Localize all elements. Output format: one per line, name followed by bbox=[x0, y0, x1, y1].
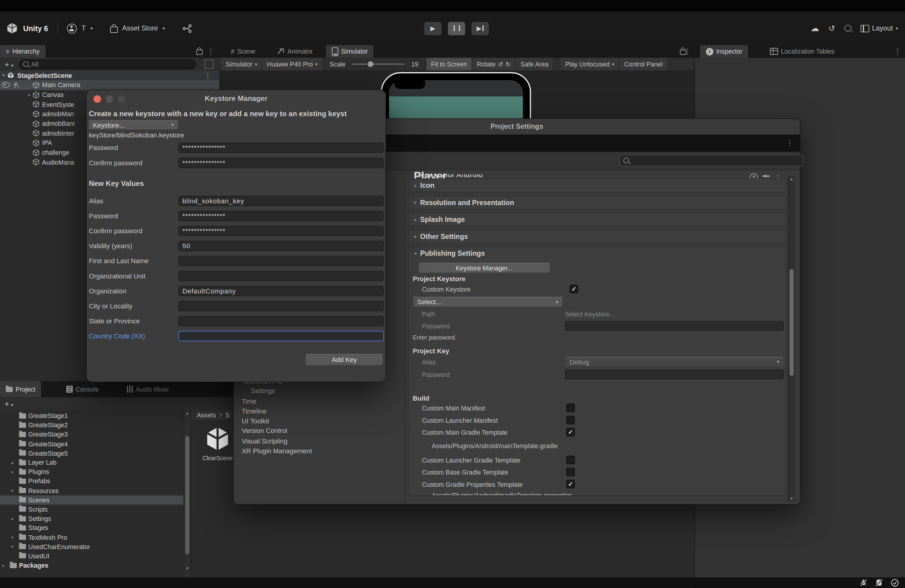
tab-scene[interactable]: # Scene bbox=[225, 45, 261, 57]
debugger-disabled-bug-icon[interactable] bbox=[859, 578, 868, 586]
keystore-confirm-input[interactable]: *************** bbox=[178, 157, 384, 168]
step-button[interactable]: ▶ bbox=[472, 22, 489, 35]
project-folder-row[interactable]: GreateStage3 bbox=[0, 430, 191, 439]
project-folder-row[interactable]: ▸ Settings bbox=[0, 514, 191, 523]
foldout-icon[interactable]: ▸ bbox=[12, 488, 17, 493]
asset-store-chevron-down-icon[interactable]: ▾ bbox=[162, 26, 165, 31]
build-option-checkbox[interactable] bbox=[566, 468, 575, 476]
scale-slider-thumb[interactable] bbox=[367, 61, 373, 67]
build-option-checkbox[interactable] bbox=[566, 456, 575, 464]
add-key-button[interactable]: Add Key bbox=[305, 354, 383, 366]
project-folder-row[interactable]: Scenes bbox=[0, 495, 191, 504]
breadcrumb-root[interactable]: Assets bbox=[197, 412, 216, 418]
project-folder-row[interactable]: GreateStage2 bbox=[0, 420, 191, 430]
asset-store-bag-icon[interactable] bbox=[110, 26, 117, 33]
project-folder-row[interactable]: UsedUI bbox=[0, 551, 191, 561]
settings-section-header[interactable]: ▸ Resolution and Presentation bbox=[408, 195, 786, 209]
pause-button[interactable] bbox=[448, 22, 465, 35]
tab-simulator[interactable]: Simulator bbox=[326, 45, 374, 57]
history-icon[interactable]: ↺ bbox=[829, 24, 835, 33]
panel-lock-icon[interactable] bbox=[196, 50, 203, 55]
scroll-down-icon[interactable]: ▼ bbox=[788, 497, 795, 501]
tab-animator[interactable]: Animator bbox=[271, 45, 318, 57]
play-unfocused-dropdown[interactable]: Play Unfocused▾ bbox=[560, 58, 619, 70]
project-folder-row[interactable]: ▸ Plugins bbox=[0, 467, 191, 476]
add-asset-button[interactable]: + ▾ bbox=[5, 399, 13, 408]
field-input[interactable] bbox=[178, 316, 384, 326]
field-input[interactable]: *************** bbox=[178, 226, 384, 236]
search-icon[interactable] bbox=[844, 25, 851, 32]
panel-menu-icon[interactable]: ⋮ bbox=[207, 47, 214, 56]
settings-category-item[interactable]: XR Plugin Management bbox=[234, 447, 405, 456]
settings-category-item[interactable]: Visual Scripting bbox=[234, 437, 405, 447]
project-folder-row[interactable]: ▸ Layer Lab bbox=[0, 458, 191, 467]
panel-menu-icon[interactable]: ⋮ bbox=[894, 47, 901, 56]
hierarchy-search-input[interactable]: All bbox=[19, 59, 196, 69]
project-folder-row[interactable]: GreateStage1 bbox=[0, 411, 191, 420]
play-button[interactable]: ▶ bbox=[424, 22, 441, 35]
asset-item[interactable]: ClearScene bbox=[200, 425, 235, 461]
build-option-checkbox[interactable]: ✓ bbox=[566, 480, 575, 489]
scene-menu-icon[interactable]: ⋮ bbox=[205, 71, 211, 79]
zoom-button[interactable] bbox=[117, 95, 125, 103]
visibility-eye-icon[interactable] bbox=[2, 82, 10, 88]
custom-keystore-checkbox[interactable]: ✓ bbox=[570, 285, 578, 293]
rotate-right-icon[interactable]: ↻ bbox=[505, 60, 511, 68]
key-alias-dropdown[interactable]: Debug▾ bbox=[565, 357, 784, 367]
project-folder-row[interactable]: Stages bbox=[0, 523, 191, 532]
safe-area-button[interactable]: Safe Area bbox=[516, 58, 554, 70]
packages-root-row[interactable]: ▸ Packages bbox=[0, 561, 191, 570]
foldout-icon[interactable]: ▸ bbox=[2, 563, 8, 568]
project-tree-scrollbar[interactable]: ▲ ▼ bbox=[183, 410, 191, 577]
settings-category-item[interactable]: UI Toolkit bbox=[234, 416, 405, 426]
field-input[interactable] bbox=[178, 271, 384, 281]
scroll-down-icon[interactable]: ▼ bbox=[184, 566, 191, 571]
simulator-mode-dropdown[interactable]: Simulator▾ bbox=[221, 58, 262, 70]
field-input[interactable]: 50 bbox=[178, 241, 384, 251]
build-option-checkbox[interactable] bbox=[566, 416, 575, 424]
foldout-icon[interactable]: ▸ bbox=[12, 535, 17, 540]
settings-section-header[interactable]: ▸ Other Settings bbox=[408, 230, 786, 243]
field-input[interactable] bbox=[178, 331, 384, 341]
foldout-icon[interactable]: ▸ bbox=[12, 516, 17, 521]
publishing-settings-header[interactable]: ▾ Publishing Settings bbox=[408, 247, 785, 259]
project-folder-row[interactable]: GreateStage4 bbox=[0, 439, 191, 448]
project-folder-row[interactable]: ▸ TextMesh Pro bbox=[0, 532, 191, 542]
scene-foldout-icon[interactable]: ▾ bbox=[2, 73, 5, 78]
account-initial[interactable]: T bbox=[82, 24, 86, 32]
panel-lock-icon[interactable] bbox=[680, 50, 686, 55]
foldout-icon[interactable]: ▸ bbox=[12, 460, 17, 465]
settings-scrollbar[interactable]: ▲ ▼ bbox=[788, 175, 795, 502]
cache-disabled-database-icon[interactable] bbox=[875, 578, 883, 586]
device-dropdown[interactable]: Huawei P40 Pro▾ bbox=[262, 58, 323, 70]
field-input[interactable]: blind_sokoban_key bbox=[178, 196, 384, 206]
minimize-button[interactable] bbox=[106, 95, 113, 103]
keystore-manager-button[interactable]: Keystore Manager... bbox=[418, 262, 550, 273]
scroll-up-icon[interactable]: ▲ bbox=[184, 411, 191, 415]
build-option-checkbox[interactable] bbox=[566, 404, 575, 412]
foldout-icon[interactable]: ▸ bbox=[12, 544, 17, 549]
tab-audio-mixer[interactable]: Audio Mixer bbox=[121, 381, 175, 397]
project-folder-row[interactable]: ▸ Resources bbox=[0, 486, 191, 495]
version-control-branch-icon[interactable] bbox=[182, 24, 192, 33]
breadcrumb-current[interactable]: S bbox=[225, 412, 230, 418]
scene-root-row[interactable]: ▾ StageSelectScene ⋮ bbox=[0, 70, 219, 80]
build-option-checkbox[interactable]: ✓ bbox=[566, 428, 575, 437]
tab-inspector[interactable]: i Inspector bbox=[700, 45, 748, 57]
search-scope-icon[interactable] bbox=[205, 60, 214, 69]
settings-section-header[interactable]: ▸ Splash Image bbox=[408, 213, 786, 226]
field-input[interactable] bbox=[178, 256, 384, 266]
tab-hierarchy[interactable]: ≡ Hierarchy bbox=[0, 45, 45, 57]
foldout-icon[interactable]: ▸ bbox=[12, 469, 17, 474]
scale-slider[interactable] bbox=[351, 64, 404, 65]
settings-category-item[interactable]: Settings bbox=[234, 386, 405, 396]
settings-search-input[interactable] bbox=[619, 155, 804, 167]
keystore-password-input[interactable]: *************** bbox=[178, 143, 384, 153]
field-input[interactable]: DefaultCompany bbox=[178, 286, 384, 296]
tab-project[interactable]: Project bbox=[0, 381, 41, 397]
scrollbar-thumb[interactable] bbox=[789, 269, 793, 376]
account-chevron-down-icon[interactable]: ▾ bbox=[90, 26, 93, 31]
hierarchy-item[interactable]: Main Camera bbox=[0, 80, 219, 90]
cloud-icon[interactable]: ☁ bbox=[810, 23, 819, 33]
tab-localization-tables[interactable]: Localization Tables bbox=[764, 45, 840, 57]
